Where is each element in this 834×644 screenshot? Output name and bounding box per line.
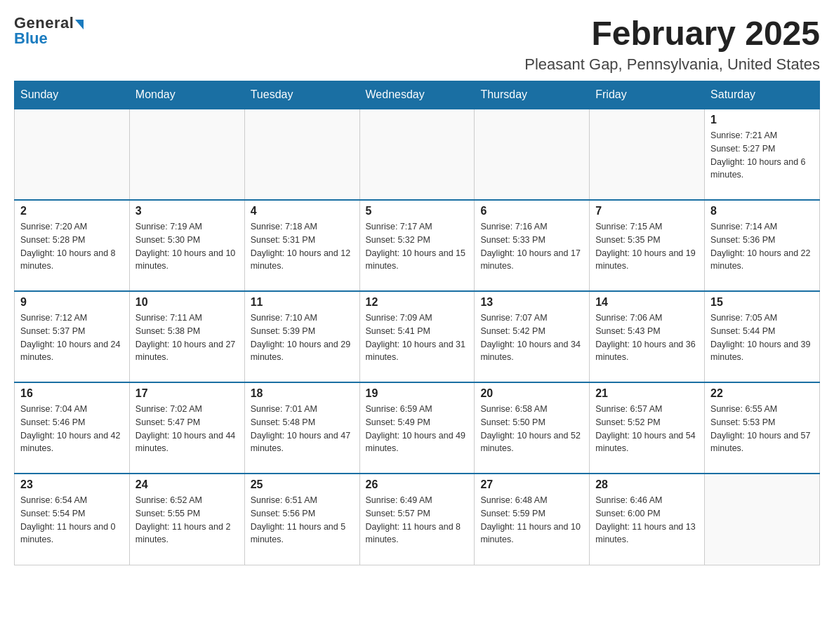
day-number: 13	[480, 296, 583, 309]
month-title: February 2025	[524, 14, 820, 53]
calendar-cell: 11Sunrise: 7:10 AMSunset: 5:39 PMDayligh…	[244, 291, 359, 382]
day-number: 2	[20, 205, 124, 217]
calendar-cell: 22Sunrise: 6:55 AMSunset: 5:53 PMDayligh…	[705, 382, 820, 474]
calendar-cell: 25Sunrise: 6:51 AMSunset: 5:56 PMDayligh…	[244, 474, 359, 565]
day-number: 19	[366, 387, 469, 400]
day-info: Sunrise: 7:11 AMSunset: 5:38 PMDaylight:…	[135, 311, 239, 364]
calendar-cell: 17Sunrise: 7:02 AMSunset: 5:47 PMDayligh…	[129, 382, 244, 474]
day-number: 15	[710, 296, 814, 309]
day-number: 3	[135, 205, 239, 217]
calendar-cell: 21Sunrise: 6:57 AMSunset: 5:52 PMDayligh…	[590, 382, 705, 474]
calendar-cell: 18Sunrise: 7:01 AMSunset: 5:48 PMDayligh…	[244, 382, 359, 474]
day-info: Sunrise: 7:05 AMSunset: 5:44 PMDaylight:…	[710, 311, 814, 364]
calendar-cell: 4Sunrise: 7:18 AMSunset: 5:31 PMDaylight…	[244, 200, 359, 291]
calendar-cell	[475, 109, 590, 200]
day-number: 8	[710, 205, 814, 217]
calendar-header-monday: Monday	[129, 81, 244, 109]
calendar-header-saturday: Saturday	[705, 81, 820, 109]
calendar-table: SundayMondayTuesdayWednesdayThursdayFrid…	[14, 81, 820, 565]
calendar-cell: 16Sunrise: 7:04 AMSunset: 5:46 PMDayligh…	[15, 382, 130, 474]
calendar-header-friday: Friday	[590, 81, 705, 109]
calendar-cell: 20Sunrise: 6:58 AMSunset: 5:50 PMDayligh…	[475, 382, 590, 474]
calendar-week-row-4: 16Sunrise: 7:04 AMSunset: 5:46 PMDayligh…	[15, 382, 820, 474]
day-number: 11	[251, 296, 354, 309]
day-info: Sunrise: 7:20 AMSunset: 5:28 PMDaylight:…	[20, 220, 124, 273]
calendar-cell: 3Sunrise: 7:19 AMSunset: 5:30 PMDaylight…	[129, 200, 244, 291]
day-number: 7	[595, 205, 699, 217]
day-info: Sunrise: 6:49 AMSunset: 5:57 PMDaylight:…	[366, 494, 469, 546]
day-info: Sunrise: 6:57 AMSunset: 5:52 PMDaylight:…	[595, 403, 699, 455]
calendar-header-thursday: Thursday	[475, 81, 590, 109]
calendar-cell: 2Sunrise: 7:20 AMSunset: 5:28 PMDaylight…	[15, 200, 130, 291]
calendar-week-row-5: 23Sunrise: 6:54 AMSunset: 5:54 PMDayligh…	[15, 474, 820, 565]
day-info: Sunrise: 6:54 AMSunset: 5:54 PMDaylight:…	[20, 494, 124, 546]
logo-arrow-icon	[75, 20, 84, 29]
day-info: Sunrise: 7:04 AMSunset: 5:46 PMDaylight:…	[20, 403, 124, 455]
day-info: Sunrise: 6:48 AMSunset: 5:59 PMDaylight:…	[480, 494, 583, 546]
calendar-cell	[15, 109, 130, 200]
day-number: 4	[251, 205, 354, 217]
day-info: Sunrise: 7:09 AMSunset: 5:41 PMDaylight:…	[366, 311, 469, 364]
day-info: Sunrise: 7:10 AMSunset: 5:39 PMDaylight:…	[251, 311, 354, 364]
calendar-header-row: SundayMondayTuesdayWednesdayThursdayFrid…	[15, 81, 820, 109]
day-info: Sunrise: 6:52 AMSunset: 5:55 PMDaylight:…	[135, 494, 239, 546]
calendar-cell: 28Sunrise: 6:46 AMSunset: 6:00 PMDayligh…	[590, 474, 705, 565]
day-number: 22	[710, 387, 814, 400]
calendar-cell: 7Sunrise: 7:15 AMSunset: 5:35 PMDaylight…	[590, 200, 705, 291]
calendar-week-row-3: 9Sunrise: 7:12 AMSunset: 5:37 PMDaylight…	[15, 291, 820, 382]
calendar-cell: 1Sunrise: 7:21 AMSunset: 5:27 PMDaylight…	[705, 109, 820, 200]
calendar-cell	[705, 474, 820, 565]
calendar-week-row-2: 2Sunrise: 7:20 AMSunset: 5:28 PMDaylight…	[15, 200, 820, 291]
calendar-week-row-1: 1Sunrise: 7:21 AMSunset: 5:27 PMDaylight…	[15, 109, 820, 200]
day-number: 10	[135, 296, 239, 309]
calendar-header-sunday: Sunday	[15, 81, 130, 109]
day-info: Sunrise: 7:07 AMSunset: 5:42 PMDaylight:…	[480, 311, 583, 364]
day-info: Sunrise: 6:59 AMSunset: 5:49 PMDaylight:…	[366, 403, 469, 455]
day-number: 21	[595, 387, 699, 400]
day-number: 9	[20, 296, 124, 309]
day-number: 14	[595, 296, 699, 309]
title-section: February 2025 Pleasant Gap, Pennsylvania…	[524, 14, 820, 74]
calendar-cell: 14Sunrise: 7:06 AMSunset: 5:43 PMDayligh…	[590, 291, 705, 382]
logo: General Blue	[14, 14, 84, 48]
day-info: Sunrise: 6:55 AMSunset: 5:53 PMDaylight:…	[710, 403, 814, 455]
day-info: Sunrise: 7:16 AMSunset: 5:33 PMDaylight:…	[480, 220, 583, 273]
calendar-cell	[359, 109, 475, 200]
day-number: 20	[480, 387, 583, 400]
calendar-cell: 23Sunrise: 6:54 AMSunset: 5:54 PMDayligh…	[15, 474, 130, 565]
calendar-cell: 5Sunrise: 7:17 AMSunset: 5:32 PMDaylight…	[359, 200, 475, 291]
calendar-cell: 15Sunrise: 7:05 AMSunset: 5:44 PMDayligh…	[705, 291, 820, 382]
day-number: 5	[366, 205, 469, 217]
day-number: 26	[366, 478, 469, 491]
calendar-header-tuesday: Tuesday	[244, 81, 359, 109]
day-info: Sunrise: 7:12 AMSunset: 5:37 PMDaylight:…	[20, 311, 124, 364]
calendar-cell: 24Sunrise: 6:52 AMSunset: 5:55 PMDayligh…	[129, 474, 244, 565]
day-number: 24	[135, 478, 239, 491]
calendar-cell	[590, 109, 705, 200]
day-info: Sunrise: 7:14 AMSunset: 5:36 PMDaylight:…	[710, 220, 814, 273]
calendar-cell: 27Sunrise: 6:48 AMSunset: 5:59 PMDayligh…	[475, 474, 590, 565]
calendar-cell: 9Sunrise: 7:12 AMSunset: 5:37 PMDaylight…	[15, 291, 130, 382]
location-subtitle: Pleasant Gap, Pennsylvania, United State…	[524, 55, 820, 74]
day-number: 16	[20, 387, 124, 400]
day-info: Sunrise: 7:06 AMSunset: 5:43 PMDaylight:…	[595, 311, 699, 364]
day-number: 17	[135, 387, 239, 400]
page-header: General Blue February 2025 Pleasant Gap,…	[14, 14, 820, 74]
calendar-cell	[129, 109, 244, 200]
calendar-cell: 26Sunrise: 6:49 AMSunset: 5:57 PMDayligh…	[359, 474, 475, 565]
day-info: Sunrise: 7:01 AMSunset: 5:48 PMDaylight:…	[251, 403, 354, 455]
day-number: 25	[251, 478, 354, 491]
day-info: Sunrise: 6:46 AMSunset: 6:00 PMDaylight:…	[595, 494, 699, 546]
day-info: Sunrise: 7:19 AMSunset: 5:30 PMDaylight:…	[135, 220, 239, 273]
calendar-cell: 10Sunrise: 7:11 AMSunset: 5:38 PMDayligh…	[129, 291, 244, 382]
day-info: Sunrise: 6:58 AMSunset: 5:50 PMDaylight:…	[480, 403, 583, 455]
day-info: Sunrise: 7:17 AMSunset: 5:32 PMDaylight:…	[366, 220, 469, 273]
day-number: 1	[710, 114, 814, 126]
day-info: Sunrise: 7:18 AMSunset: 5:31 PMDaylight:…	[251, 220, 354, 273]
day-number: 6	[480, 205, 583, 217]
day-info: Sunrise: 7:21 AMSunset: 5:27 PMDaylight:…	[710, 129, 814, 182]
calendar-cell: 13Sunrise: 7:07 AMSunset: 5:42 PMDayligh…	[475, 291, 590, 382]
calendar-header-wednesday: Wednesday	[359, 81, 475, 109]
logo-blue-text: Blue	[14, 29, 48, 48]
calendar-cell	[244, 109, 359, 200]
